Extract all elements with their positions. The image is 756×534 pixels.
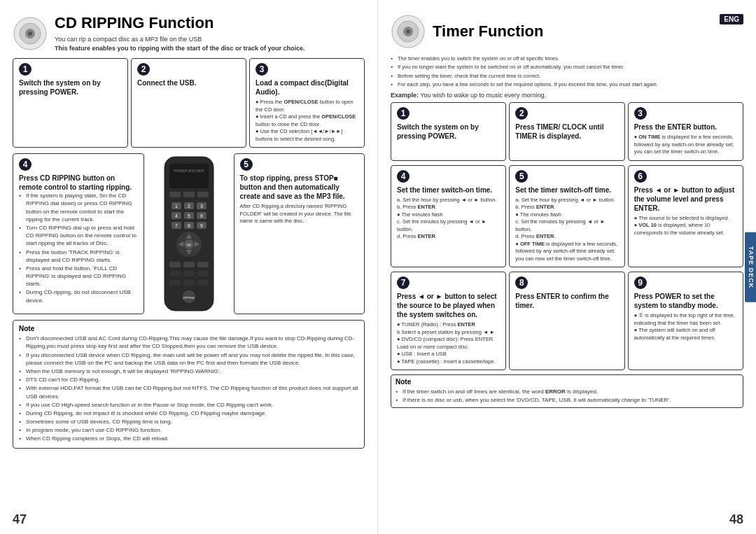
right-step-5-num: 5 <box>515 170 528 183</box>
tape-deck-badge: TAPE DECK <box>745 232 756 302</box>
svg-rect-37 <box>197 262 209 267</box>
svg-text:POWER DISCSKIP: POWER DISCSKIP <box>174 169 204 173</box>
remote-control-container: POWER DISCSKIP 1 2 3 4 5 6 7 <box>147 153 231 314</box>
right-step-9: 9 Press POWER to set the system to stand… <box>628 272 743 370</box>
step-5-title: To stop ripping, press STOP■ button and … <box>240 174 359 201</box>
left-page-title: CD RIPPING Function <box>55 14 305 32</box>
step-2-box: 2 Connect the USB. <box>131 58 246 148</box>
eng-badge: ENG <box>720 14 743 24</box>
right-steps-row2: 4 Set the timer switch-on time. a. Set t… <box>391 165 743 268</box>
right-step-4-num: 4 <box>397 170 410 183</box>
left-title-text: CD RIPPING Function You can rip a compac… <box>55 14 305 52</box>
svg-text:9: 9 <box>200 223 203 228</box>
right-step-7-num: 7 <box>397 276 410 289</box>
right-step-2-num: 2 <box>515 107 528 120</box>
right-step-7: 7 Press ◄ or ► button to select the sour… <box>391 272 506 370</box>
page-number-left: 47 <box>13 512 27 527</box>
subtitle-line2: This feature enables you to ripping with… <box>55 45 305 52</box>
right-title-text: Timer Function <box>433 22 544 41</box>
step-5-box: 5 To stop ripping, press STOP■ button an… <box>234 153 365 314</box>
right-step-5-sub: a. Set the hour by pressing ◄ or ► butto… <box>515 197 618 263</box>
step-2-number: 2 <box>137 63 150 76</box>
right-step-8-num: 8 <box>515 276 528 289</box>
right-step-8-title: Press ENTER to confirm the timer. <box>515 292 618 310</box>
step-3-box: 3 Load a compact disc(Digital Audio). ● … <box>249 58 365 148</box>
left-title-section: CD RIPPING Function You can rip a compac… <box>13 14 365 52</box>
svg-text:8: 8 <box>188 223 190 228</box>
svg-rect-39 <box>183 271 195 276</box>
right-step-6: 6 Press ◄ or ► button to adjust the volu… <box>628 165 743 268</box>
right-step-2-title: Press TIMER/ CLOCK until TIMER is displa… <box>515 122 618 141</box>
speaker-icon-left <box>13 16 48 51</box>
svg-rect-35 <box>169 262 181 267</box>
right-steps-row3: 7 Press ◄ or ► button to select the sour… <box>391 272 743 370</box>
svg-rect-42 <box>183 280 195 286</box>
right-step-3: 3 Press the ENTER button. ● ON TIME is d… <box>628 102 743 161</box>
right-step-3-num: 3 <box>634 107 647 120</box>
right-title-section: Timer Function <box>391 14 743 49</box>
right-step-7-title: Press ◄ or ► button to select the source… <box>397 292 500 319</box>
svg-rect-8 <box>183 192 195 197</box>
right-step-9-title: Press POWER to set the system to standby… <box>634 292 737 310</box>
note-box-right: Note If the timer switch on and off time… <box>391 374 743 408</box>
note-title-right: Note <box>396 378 738 386</box>
left-subtitle: You can rip a compact disc as a MP3 file… <box>55 35 305 52</box>
steps-row-1: 1 Switch the system on by pressing POWER… <box>13 58 365 148</box>
note-bullets-left: Don't disconnected USB and AC Cord durin… <box>19 335 358 442</box>
svg-rect-36 <box>183 262 195 267</box>
timer-info-bullets: The timer enables you to switch the syst… <box>391 55 743 88</box>
right-step-3-title: Press the ENTER button. <box>634 122 737 132</box>
note-title-left: Note <box>19 325 358 332</box>
right-step-8: 8 Press ENTER to confirm the timer. <box>509 272 624 370</box>
speaker-icon-right <box>391 14 426 49</box>
svg-text:5: 5 <box>188 213 190 218</box>
svg-point-3 <box>28 31 32 36</box>
right-step-7-sub: ● TUNER (Radio) : Press ENTER b Select a… <box>397 321 500 365</box>
svg-text:4: 4 <box>175 213 178 218</box>
right-page-title: Timer Function <box>433 22 544 41</box>
step-3-title: Load a compact disc(Digital Audio). <box>255 78 358 97</box>
right-step-9-num: 9 <box>634 276 647 289</box>
svg-rect-38 <box>169 271 181 276</box>
right-step-4: 4 Set the timer switch-on time. a. Set t… <box>391 165 506 268</box>
svg-rect-40 <box>197 271 209 276</box>
step-4-box: 4 Press CD RIPPING button on remote cont… <box>13 153 144 314</box>
right-step-1: 1 Switch the system on by pressing POWER… <box>391 102 506 161</box>
svg-text:2: 2 <box>188 204 190 209</box>
step-4-bullets: If the system is playing state, 5m the C… <box>19 192 138 304</box>
left-page: CD RIPPING Function You can rip a compac… <box>0 0 378 534</box>
svg-text:6: 6 <box>200 213 203 218</box>
page-number-right: 48 <box>729 512 743 527</box>
svg-rect-41 <box>169 280 181 286</box>
right-step-2: 2 Press TIMER/ CLOCK until TIMER is disp… <box>509 102 624 161</box>
svg-text:1: 1 <box>175 204 178 209</box>
subtitle-line1: You can rip a compact disc as a MP3 file… <box>55 35 305 44</box>
note-box-left: Note Don't disconnected USB and AC Cord … <box>13 320 365 448</box>
right-page: ENG Timer Function The timer enables you… <box>378 0 756 534</box>
svg-point-49 <box>406 29 410 34</box>
svg-text:OK: OK <box>186 243 192 247</box>
step-5-number: 5 <box>240 158 253 171</box>
step-4-number: 4 <box>19 158 31 171</box>
middle-row: 4 Press CD RIPPING button on remote cont… <box>13 153 365 314</box>
svg-text:3: 3 <box>200 204 203 209</box>
svg-text:7: 7 <box>175 223 178 228</box>
step-3-number: 3 <box>255 63 268 76</box>
right-step-4-title: Set the timer switch-on time. <box>397 185 500 195</box>
note-bullets-right: If the timer switch on and off times are… <box>396 388 738 404</box>
right-step-5: 5 Set the timer switch-off time. a. Set … <box>509 165 624 268</box>
step-1-title: Switch the system on by pressing POWER. <box>19 78 122 97</box>
example-text: Example: You wish to wake up to music ev… <box>391 92 743 99</box>
note-content-left: Don't disconnected USB and AC Cord durin… <box>19 335 358 442</box>
svg-rect-43 <box>197 280 209 286</box>
step-1-number: 1 <box>19 63 31 76</box>
svg-rect-9 <box>197 192 209 197</box>
right-step-4-sub: a. Set the hour by pressing ◄ or ► butto… <box>397 197 500 241</box>
right-step-3-note: ● ON TIME is displayed for a few seconds… <box>634 134 737 156</box>
right-step-6-sub: ● The source to be selected is displayed… <box>634 215 737 237</box>
right-step-1-title: Switch the system on by pressing POWER. <box>397 122 500 141</box>
right-step-6-num: 6 <box>634 170 647 183</box>
svg-rect-5 <box>169 164 209 188</box>
right-step-1-num: 1 <box>397 107 410 120</box>
svg-rect-7 <box>169 192 181 197</box>
